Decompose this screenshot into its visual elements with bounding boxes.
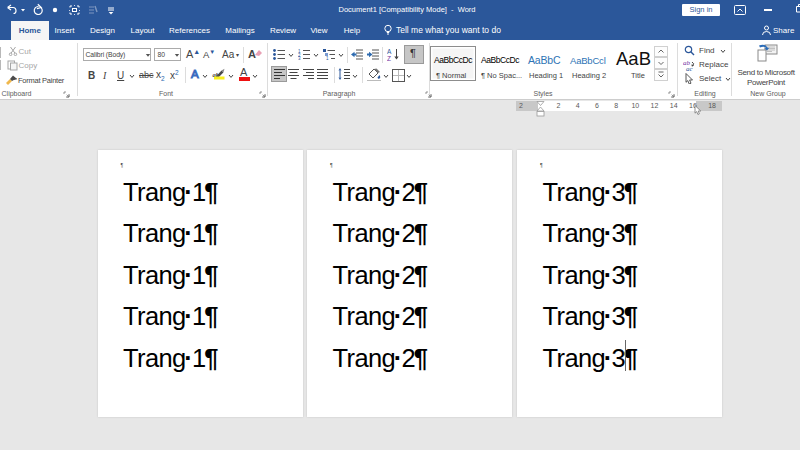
svg-text:1: 1 xyxy=(326,56,329,60)
svg-text:A: A xyxy=(387,48,392,55)
svg-text:3: 3 xyxy=(298,56,301,60)
svg-text:Z: Z xyxy=(387,55,391,62)
